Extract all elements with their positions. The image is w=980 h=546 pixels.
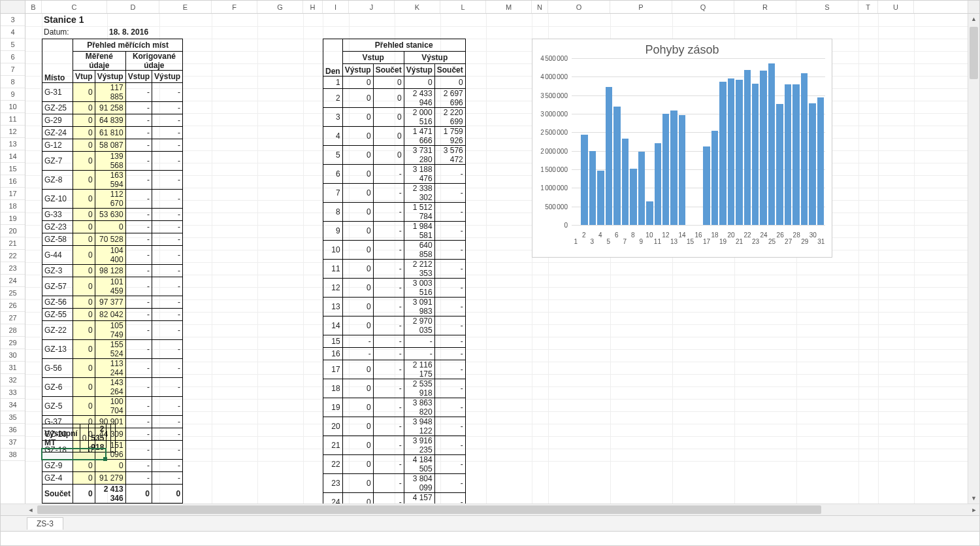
column-header[interactable]: O [548,1,610,13]
column-header[interactable]: C [42,1,107,13]
row-header[interactable]: 31 [1,362,25,374]
column-headers: BCDEFGHIJKLMNOPQRSTU [25,1,968,13]
row-header[interactable]: 36 [1,424,25,436]
scroll-up-arrow[interactable]: ▲ [968,14,979,24]
output-mt-table[interactable]: Výstupní MT02 535 918 [42,424,116,452]
row-header[interactable]: 17 [1,188,25,200]
cell[interactable]: Datum: [42,26,107,39]
chart-bar [703,146,710,225]
sheet-tabs-bar: ZS-3 [1,515,979,531]
row-header[interactable]: 24 [1,275,25,287]
column-header[interactable]: J [349,1,395,13]
cell[interactable]: Stanice 1 [42,14,172,26]
vertical-scrollbar[interactable]: ▲ ▼ [968,14,979,503]
chart-bar [776,104,783,225]
row-header[interactable]: 35 [1,411,25,424]
scroll-left-arrow[interactable]: ◄ [25,504,36,515]
row-header[interactable]: 23 [1,262,25,275]
scroll-right-arrow[interactable]: ► [969,504,979,515]
horizontal-scroll-thumb[interactable] [37,505,821,514]
row-header[interactable]: 21 [1,237,25,250]
row-header[interactable]: 38 [1,449,25,461]
row-header[interactable]: 22 [1,250,25,262]
vertical-scroll-thumb[interactable] [970,27,978,79]
chart-bar [622,139,629,226]
inventory-movement-chart[interactable]: Pohyby zásob0500 0001 000 0001 500 0002 … [532,39,832,258]
row-header[interactable]: 9 [1,88,25,101]
row-header[interactable]: 32 [1,374,25,386]
row-header[interactable]: 7 [1,63,25,76]
chart-bar [719,82,726,225]
chart-bar [613,107,620,225]
column-header[interactable]: L [440,1,486,13]
sheet-viewport[interactable]: Stanice 1Datum:18. 8. 2016MístoPřehled m… [25,14,968,503]
column-header[interactable]: I [323,1,349,13]
row-header[interactable]: 15 [1,163,25,175]
chart-bar [817,97,824,225]
column-header[interactable]: T [858,1,878,13]
row-header[interactable]: 10 [1,101,25,113]
row-header[interactable]: 34 [1,399,25,411]
row-header[interactable]: 3 [1,14,25,26]
row-header[interactable]: 20 [1,225,25,237]
chart-title: Pohyby zásob [532,39,832,58]
row-header[interactable]: 4 [1,26,25,39]
chart-bar [760,71,766,225]
row-header[interactable]: 14 [1,150,25,163]
select-all-corner[interactable] [1,1,25,13]
column-header[interactable]: R [734,1,796,13]
column-header[interactable]: H [303,1,323,13]
column-header[interactable]: S [796,1,858,13]
row-headers: 3456789101112131415161718192021222324252… [1,14,25,503]
cell[interactable]: 18. 8. 2016 [107,26,186,39]
column-header[interactable]: U [878,1,914,13]
column-header[interactable]: F [212,1,257,13]
row-header[interactable]: 16 [1,175,25,188]
row-header[interactable]: 11 [1,113,25,126]
chart-bar [728,78,734,225]
column-header[interactable]: D [107,1,159,13]
row-header[interactable]: 5 [1,39,25,51]
chart-bar [606,87,612,225]
chart-bar [809,103,815,225]
row-header[interactable]: 12 [1,126,25,138]
row-header[interactable]: 29 [1,337,25,349]
row-header[interactable]: 37 [1,436,25,449]
status-bar [1,531,979,545]
chart-bar [597,171,604,225]
column-header[interactable]: G [257,1,303,13]
chart-bar [679,115,685,225]
chart-bar [711,131,718,225]
scroll-down-arrow[interactable]: ▼ [968,493,979,503]
row-header[interactable]: 27 [1,312,25,324]
chart-bar [638,152,645,225]
row-header[interactable]: 19 [1,213,25,225]
row-header[interactable]: 28 [1,324,25,337]
sheet-tab[interactable]: ZS-3 [27,517,63,530]
row-header[interactable]: 25 [1,287,25,299]
row-header[interactable]: 30 [1,349,25,362]
column-header[interactable]: M [486,1,532,13]
column-header[interactable]: E [159,1,212,13]
station-overview-table[interactable]: DenPřehled staniceVstupVýstupVýstupSouče… [323,39,466,503]
row-header[interactable]: 18 [1,200,25,213]
chart-bar [785,84,791,225]
row-header[interactable]: 33 [1,386,25,399]
column-header[interactable]: Q [672,1,734,13]
column-header[interactable]: N [532,1,548,13]
row-header[interactable]: 26 [1,299,25,312]
column-header-row: BCDEFGHIJKLMNOPQRSTU [1,1,979,14]
column-header[interactable]: K [395,1,440,13]
row-header[interactable]: 6 [1,51,25,63]
column-header[interactable]: P [610,1,672,13]
chart-bar [662,114,669,225]
chart-bar [655,143,661,225]
chart-bar [768,63,775,225]
column-header[interactable]: B [25,1,42,13]
row-header[interactable]: 13 [1,138,25,150]
chart-bar [752,84,759,225]
chart-bar [736,80,742,225]
horizontal-scrollbar[interactable]: ◄ ► [1,503,979,515]
row-header[interactable]: 8 [1,76,25,88]
chart-bar [792,84,799,225]
